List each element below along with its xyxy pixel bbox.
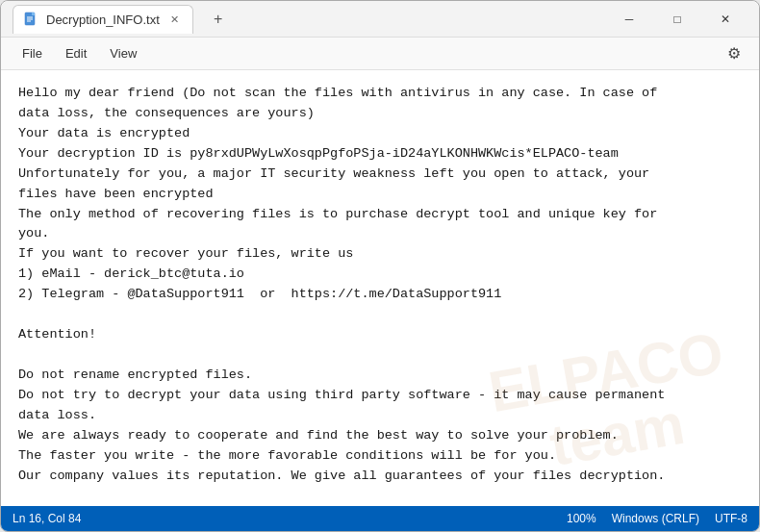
line-ending[interactable]: Windows (CRLF) xyxy=(612,512,699,525)
title-bar-left: Decryption_INFO.txt ✕ + xyxy=(13,5,607,34)
svg-rect-1 xyxy=(32,13,35,15)
edit-menu[interactable]: Edit xyxy=(56,42,96,64)
encoding[interactable]: UTF-8 xyxy=(715,512,747,525)
new-tab-button[interactable]: + xyxy=(205,6,232,33)
tab-close-button[interactable]: ✕ xyxy=(167,12,183,27)
minimize-button[interactable]: ─ xyxy=(607,4,651,35)
main-window: Decryption_INFO.txt ✕ + ─ □ ✕ File Edit … xyxy=(0,0,760,532)
status-right: 100% Windows (CRLF) UTF-8 xyxy=(567,512,747,525)
view-menu[interactable]: View xyxy=(100,42,146,64)
window-controls: ─ □ ✕ xyxy=(607,4,747,35)
maximize-button[interactable]: □ xyxy=(655,4,699,35)
status-left: Ln 16, Col 84 xyxy=(13,512,81,525)
menu-bar: File Edit View ⚙ xyxy=(1,38,759,70)
gear-icon: ⚙ xyxy=(727,44,741,63)
active-tab[interactable]: Decryption_INFO.txt ✕ xyxy=(13,5,193,34)
menu-items: File Edit View xyxy=(13,42,146,64)
status-bar: Ln 16, Col 84 100% Windows (CRLF) UTF-8 xyxy=(1,506,759,531)
close-button[interactable]: ✕ xyxy=(703,4,747,35)
text-editor-area[interactable]: ELPACO team Hello my dear friend (Do not… xyxy=(1,70,759,506)
cursor-position: Ln 16, Col 84 xyxy=(13,512,81,525)
file-content: Hello my dear friend (Do not scan the fi… xyxy=(18,84,742,486)
settings-button[interactable]: ⚙ xyxy=(721,40,747,67)
zoom-level[interactable]: 100% xyxy=(567,512,596,525)
title-bar: Decryption_INFO.txt ✕ + ─ □ ✕ xyxy=(1,1,759,38)
file-menu[interactable]: File xyxy=(13,42,52,64)
file-icon xyxy=(23,12,38,27)
tab-title: Decryption_INFO.txt xyxy=(46,13,160,27)
